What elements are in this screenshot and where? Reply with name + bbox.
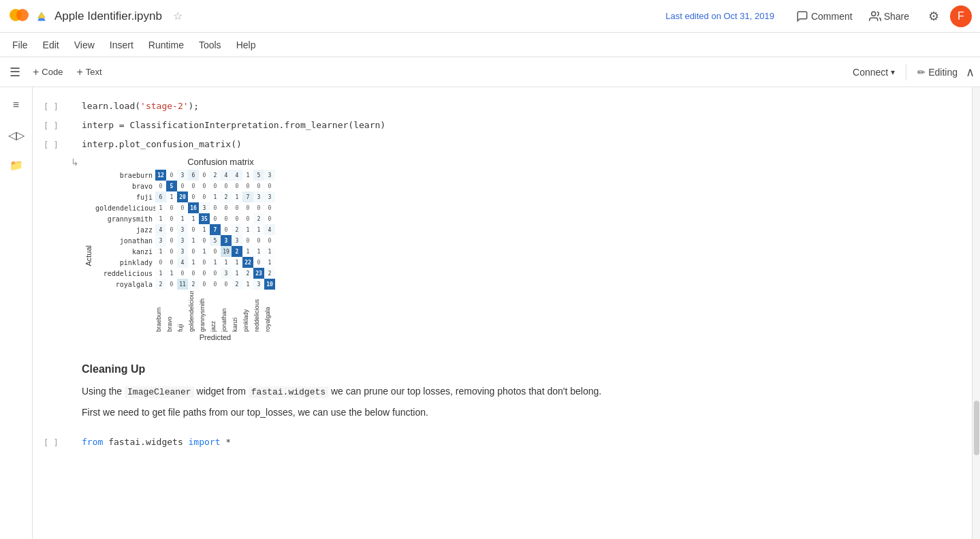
cm-cell-6-9: 0 (253, 235, 264, 246)
cm-cell-0-4: 0 (199, 170, 210, 181)
cm-cell-10-1: 0 (166, 279, 177, 290)
cm-cell-3-0: 1 (155, 202, 166, 213)
cm-cell-8-7: 1 (232, 257, 242, 268)
cm-cell-9-3: 0 (188, 268, 199, 279)
cm-row-label-3: goldendelicious (95, 204, 155, 212)
cm-cell-1-7: 0 (232, 181, 242, 191)
cm-row-label-8: pinklady (95, 259, 155, 266)
cm-cell-4-4: 35 (199, 213, 210, 224)
search-icon[interactable]: ◁▷ (4, 123, 29, 147)
menu-item-file[interactable]: File (5, 37, 35, 53)
cm-cell-3-5: 0 (210, 202, 221, 213)
sidebar-icons: ≡ ◁▷ 📁 (0, 87, 33, 539)
menubar: File Edit View Insert Runtime Tools Help (0, 33, 980, 57)
notebook-title[interactable]: Apple Identifier.ipynb (54, 10, 162, 23)
imagecleaner-code: ImageCleaner (125, 386, 194, 398)
cm-cell-7-5: 0 (210, 246, 221, 257)
cleaning-up-title: Cleaning Up (82, 360, 961, 378)
svg-point-1 (16, 9, 29, 21)
cm-row-2: fuji612000121733 (95, 191, 275, 202)
cm-cell-1-0: 0 (155, 181, 166, 191)
editing-button[interactable]: ✏ Editing (912, 64, 963, 80)
cm-xlabel-row: braeburnbravofujigoldendeliciousgrannysm… (155, 291, 275, 332)
cm-cell-3-9: 0 (253, 202, 264, 213)
last-edited-text[interactable]: Last edited on Oct 31, 2019 (665, 11, 774, 21)
menu-item-insert[interactable]: Insert (103, 37, 140, 53)
comment-button[interactable]: Comment (791, 7, 858, 25)
cm-row-7: kanzi103010192111 (95, 246, 275, 257)
cm-cell-9-10: 2 (264, 268, 275, 279)
toc-icon[interactable]: ≡ (4, 93, 29, 117)
cm-cell-9-4: 0 (199, 268, 210, 279)
cm-cell-2-4: 0 (199, 191, 210, 202)
output-arrow-icon: ↳ (71, 157, 79, 168)
sidebar-toggle-button[interactable]: ☰ (5, 62, 25, 82)
code-text-3: interp.plot_confusion_matrix() (82, 139, 242, 149)
menu-item-runtime[interactable]: Runtime (142, 37, 191, 53)
cm-row-label-5: jazz (95, 226, 155, 234)
code-cell-import[interactable]: [ ] from fastai.widgets import * (33, 434, 972, 450)
cm-cell-3-7: 0 (232, 202, 242, 213)
cm-cell-7-0: 1 (155, 246, 166, 257)
cm-cell-8-5: 1 (210, 257, 221, 268)
cm-cell-9-2: 0 (177, 268, 188, 279)
star-icon[interactable]: ☆ (173, 10, 183, 22)
cm-cell-0-2: 3 (177, 170, 188, 181)
files-icon[interactable]: 📁 (4, 153, 29, 177)
cm-cell-6-10: 0 (264, 235, 275, 246)
code-cell-2[interactable]: [ ] interp = ClassificationInterpretatio… (33, 117, 972, 134)
pencil-icon: ✏ (917, 67, 926, 78)
cm-cell-5-4: 1 (199, 224, 210, 235)
cm-col-label-3: goldendelicious (188, 291, 199, 332)
code-cell-3[interactable]: [ ] interp.plot_confusion_matrix() (33, 136, 972, 153)
settings-icon[interactable]: ⚙ (923, 6, 945, 27)
cm-cell-6-3: 1 (188, 235, 199, 246)
cm-cell-3-2: 0 (177, 202, 188, 213)
cm-cell-4-7: 0 (232, 213, 242, 224)
cell-content-1: learn.load('stage-2'); (82, 101, 961, 112)
scrollbar-thumb[interactable] (974, 401, 979, 455)
avatar[interactable]: F (950, 5, 972, 27)
cm-cell-7-2: 3 (177, 246, 188, 257)
colab-logo[interactable] (8, 4, 30, 28)
scrollbar[interactable] (972, 87, 980, 539)
add-text-button[interactable]: + Text (71, 63, 107, 81)
cm-cell-1-1: 5 (166, 181, 177, 191)
svg-point-2 (871, 12, 875, 16)
cm-row-4: grannysmith101135000020 (95, 213, 275, 224)
cm-cell-5-3: 0 (188, 224, 199, 235)
cm-cell-7-9: 1 (253, 246, 264, 257)
connect-button[interactable]: Connect ▾ (847, 64, 900, 80)
cm-container: Actual braeburn120360244153bravo05000000… (84, 170, 275, 341)
cm-row-label-10: royalgala (95, 281, 155, 288)
cm-cell-0-1: 0 (166, 170, 177, 181)
code-cell-1[interactable]: [ ] learn.load('stage-2'); (33, 98, 972, 114)
cm-row-6: jonathan30310533000 (95, 235, 275, 246)
cm-row-8: pinklady004101112201 (95, 257, 275, 268)
menu-item-tools[interactable]: Tools (192, 37, 228, 53)
cm-cell-3-1: 0 (166, 202, 177, 213)
cm-cell-0-6: 4 (221, 170, 232, 181)
cleaning-up-para2: First we need to get file paths from our… (82, 405, 961, 420)
cm-cell-4-6: 0 (221, 213, 232, 224)
cm-cell-4-3: 1 (188, 213, 199, 224)
menu-item-edit[interactable]: Edit (36, 37, 66, 53)
cm-cell-5-10: 4 (264, 224, 275, 235)
cm-cell-2-0: 6 (155, 191, 166, 202)
cm-cell-6-1: 0 (166, 235, 177, 246)
add-code-button[interactable]: + Code (27, 63, 68, 81)
navbar: Apple Identifier.ipynb ☆ Last edited on … (0, 0, 980, 33)
share-button[interactable]: Share (864, 7, 915, 25)
menu-item-help[interactable]: Help (230, 37, 263, 53)
cm-cell-10-0: 2 (155, 279, 166, 290)
menu-item-view[interactable]: View (67, 37, 101, 53)
cm-col-label-4: grannysmith (199, 291, 210, 332)
cm-cell-6-2: 3 (177, 235, 188, 246)
collapse-sections-button[interactable]: ∧ (966, 65, 975, 80)
cell-content-2: interp = ClassificationInterpretation.fr… (82, 120, 961, 131)
cm-cell-8-1: 0 (166, 257, 177, 268)
cm-cell-5-1: 0 (166, 224, 177, 235)
cm-cell-8-3: 1 (188, 257, 199, 268)
cm-cell-7-6: 19 (221, 246, 232, 257)
cm-cell-5-5: 7 (210, 224, 221, 235)
